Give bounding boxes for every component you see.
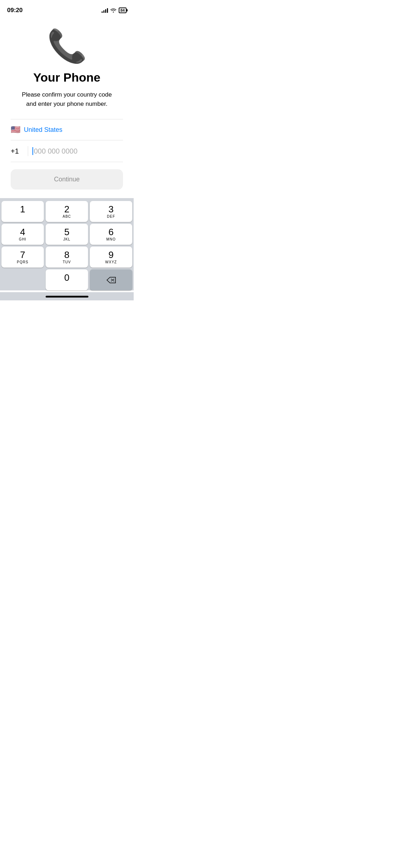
wifi-icon — [110, 7, 117, 14]
backspace-icon — [106, 277, 116, 284]
country-flag: 🇺🇸 — [11, 125, 20, 134]
key-7[interactable]: 7 PQRS — [1, 247, 44, 268]
status-time: 09:20 — [7, 7, 22, 14]
key-2[interactable]: 2 ABC — [46, 201, 88, 222]
status-icons: 84 — [102, 7, 127, 14]
country-code: +1 — [11, 147, 24, 155]
phone-input-row: +1 000 000 0000 — [11, 140, 123, 162]
keyboard-row-1: 1 2 ABC 3 DEF — [1, 201, 132, 222]
phone-field-container[interactable]: 000 000 0000 — [32, 147, 123, 155]
status-bar: 09:20 84 — [0, 0, 134, 16]
home-bar — [46, 296, 88, 298]
form-area: 🇺🇸 United States +1 000 000 0000 Continu… — [11, 119, 123, 190]
key-0[interactable]: 0 — [46, 269, 88, 290]
key-3[interactable]: 3 DEF — [90, 201, 132, 222]
main-content: 📞 Your Phone Please confirm your country… — [0, 16, 134, 190]
phone-placeholder: 000 000 0000 — [34, 147, 77, 155]
backspace-button[interactable] — [90, 269, 132, 290]
key-4[interactable]: 4 GHI — [1, 224, 44, 245]
key-6[interactable]: 6 MNO — [90, 224, 132, 245]
keyboard-row-3: 7 PQRS 8 TUV 9 WXYZ — [1, 247, 132, 268]
page-subtitle: Please confirm your country codeand ente… — [11, 90, 123, 108]
text-cursor — [32, 147, 33, 155]
keyboard-row-2: 4 GHI 5 JKL 6 MNO — [1, 224, 132, 245]
battery-icon: 84 — [119, 7, 127, 13]
key-8[interactable]: 8 TUV — [46, 247, 88, 268]
key-9[interactable]: 9 WXYZ — [90, 247, 132, 268]
country-name: United States — [24, 126, 62, 134]
page-title: Your Phone — [11, 71, 123, 84]
signal-icon — [102, 8, 108, 13]
key-1[interactable]: 1 — [1, 201, 44, 222]
country-selector[interactable]: 🇺🇸 United States — [11, 119, 123, 140]
phone-icon: 📞 — [11, 30, 123, 62]
numeric-keyboard: 1 2 ABC 3 DEF 4 GHI 5 JKL 6 MNO 7 PQRS — [0, 198, 134, 290]
home-indicator — [0, 292, 134, 300]
vertical-divider — [28, 146, 28, 156]
continue-button[interactable]: Continue — [11, 169, 123, 190]
key-5[interactable]: 5 JKL — [46, 224, 88, 245]
keyboard-row-4: 0 — [1, 269, 132, 290]
key-empty — [1, 269, 44, 290]
